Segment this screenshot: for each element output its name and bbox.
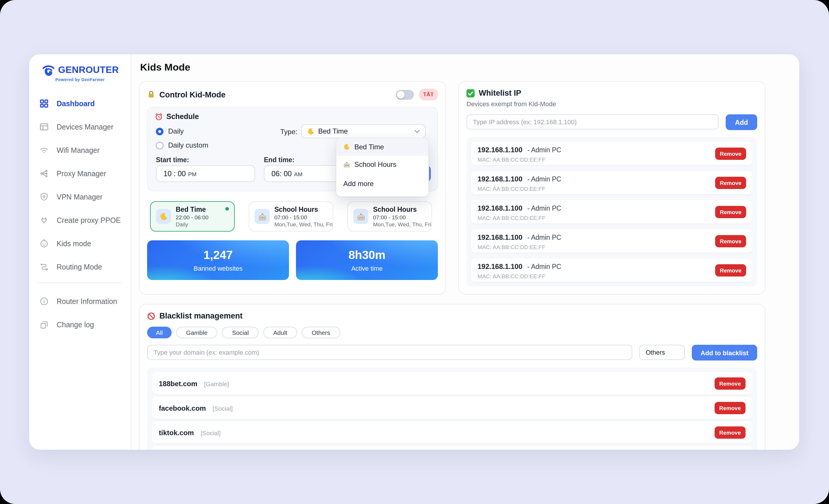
- whitelist-remove-button[interactable]: Remove: [715, 235, 746, 247]
- add-to-blacklist-button[interactable]: Add to blacklist: [692, 345, 757, 360]
- active-dot: [225, 207, 229, 210]
- blacklist-category: [Social]: [213, 405, 232, 412]
- preset-time: 22:00 - 06:00: [176, 214, 208, 220]
- whitelist-row: 192.168.1.100 - Admin PC MAC: AA:BB:CC:D…: [471, 229, 753, 253]
- blacklist-remove-button[interactable]: Remove: [715, 426, 746, 438]
- whitelist-ip: 192.168.1.100: [477, 233, 522, 241]
- whitelist-remove-button[interactable]: Remove: [715, 177, 746, 189]
- blacklist-domain-input[interactable]: [147, 345, 632, 360]
- sidebar-item-label: Devices Manager: [57, 123, 113, 131]
- blacklist-domain: facebook.com: [159, 404, 206, 413]
- blacklist-filter-chip[interactable]: Social: [222, 327, 259, 338]
- stat-label: Active time: [351, 265, 383, 272]
- main-content: Kids Mode Control Kid-Mode TẮT: [131, 54, 799, 450]
- kid-mode-toggle[interactable]: [396, 89, 414, 100]
- whitelist-mac: MAC: AA:BB:CC:DD:EE:FF: [477, 186, 561, 192]
- blacklist-remove-button[interactable]: Remove: [715, 377, 746, 389]
- whitelist-add-button[interactable]: Add: [726, 114, 757, 130]
- preset-days: Mon,Tue, Wed, Thu, Fri: [373, 221, 431, 227]
- blacklist-row-partial: [152, 446, 753, 450]
- whitelist-device-name: - Admin PC: [527, 205, 561, 212]
- start-time-label: Start time:: [156, 156, 189, 163]
- blacklist-row-info: facebook.com [Social]: [159, 402, 232, 413]
- whitelist-row: 192.168.1.100 - Admin PC MAC: AA:BB:CC:D…: [471, 259, 753, 282]
- start-time-input[interactable]: 10 : 00 PM: [156, 165, 255, 182]
- blacklist-filter-chip[interactable]: Adult: [263, 327, 297, 338]
- screen: GENROUTER Powered by GenFarmer Dashboard: [0, 0, 829, 504]
- dropdown-item-label: Bed Time: [354, 143, 384, 151]
- radio-daily[interactable]: Daily: [156, 127, 184, 135]
- page-title: Kids Mode: [140, 62, 765, 74]
- stat-label: Banned websites: [193, 265, 243, 272]
- kid-face-icon: [39, 239, 49, 248]
- whitelist-row: 192.168.1.100 - Admin PC MAC: AA:BB:CC:D…: [471, 142, 753, 165]
- blacklist-title-row: Blacklist management: [147, 311, 757, 320]
- preset-days: Mon,Tue, Wed, Thu, Fri: [275, 221, 332, 227]
- whitelist-remove-button[interactable]: Remove: [715, 147, 746, 160]
- sidebar-item-kids-mode[interactable]: Kids mode: [37, 236, 123, 251]
- school-icon: [343, 161, 350, 168]
- no-entry-icon: [147, 312, 155, 320]
- whitelist-row: 192.168.1.100 - Admin PC MAC: AA:BB:CC:D…: [471, 200, 753, 223]
- wolf-wifi-logo-icon: [41, 63, 56, 77]
- preset-card-school-hours-1[interactable]: School Hours 07:00 - 15:00 Mon,Tue, Wed,…: [249, 201, 333, 232]
- whitelist-device-name: - Admin PC: [527, 263, 561, 270]
- blacklist-filter-chip[interactable]: Gamble: [176, 327, 217, 338]
- sidebar-item-label: Create proxy PPOE: [57, 216, 121, 224]
- alarm-clock-icon: [155, 113, 163, 121]
- sidebar-item-vpn-manager[interactable]: VPN Manager: [37, 189, 123, 205]
- school-icon: [353, 209, 368, 224]
- whitelist-device-name: - Admin PC: [527, 176, 561, 183]
- sidebar-divider: [38, 282, 122, 283]
- schedule-presets: Bed Time 22:00 - 06:00 Daily School Hour…: [147, 201, 438, 232]
- whitelist-remove-button[interactable]: Remove: [715, 206, 746, 218]
- schedule-type-dropdown: Bed Time School Hours Add more: [336, 138, 429, 197]
- sidebar-item-router-information[interactable]: Router Information: [37, 294, 123, 309]
- whitelist-ip: 192.168.1.100: [477, 146, 522, 154]
- preset-days: Daily: [176, 221, 208, 227]
- dropdown-item-bed-time[interactable]: Bed Time: [336, 138, 429, 156]
- sidebar-item-wifi-manager[interactable]: Wifi Manager: [37, 142, 123, 158]
- sidebar-item-label: Change log: [57, 320, 94, 329]
- whitelist-ip-input[interactable]: [466, 114, 719, 129]
- sidebar-item-proxy-manager[interactable]: Proxy Manager: [37, 166, 123, 182]
- page-background: GENROUTER Powered by GenFarmer Dashboard: [0, 0, 829, 504]
- control-card-title-row: Control Kid-Mode: [147, 90, 225, 99]
- routing-icon: [39, 262, 49, 272]
- sidebar-item-routing-mode[interactable]: Routing Mode: [37, 259, 123, 275]
- schedule-type-select[interactable]: Bed Time: [301, 124, 426, 138]
- sidebar-item-create-proxy-ppoe[interactable]: Create proxy PPOE: [37, 212, 123, 228]
- blacklist-rows: 188bet.com [Gamble] Remove facebook.com …: [152, 372, 753, 443]
- radio-daily-label: Daily: [168, 127, 184, 135]
- preset-time: 07:00 - 15:00: [373, 214, 431, 220]
- sidebar-item-devices-manager[interactable]: Devices Manager: [37, 119, 123, 135]
- preset-title: School Hours: [275, 206, 332, 212]
- blacklist-filter-chip[interactable]: Others: [302, 327, 340, 338]
- blacklist-category-select[interactable]: Others: [639, 345, 685, 360]
- whitelist-row-info: 192.168.1.100 - Admin PC MAC: AA:BB:CC:D…: [477, 202, 561, 221]
- sidebar-item-dashboard[interactable]: Dashboard: [37, 96, 123, 111]
- preset-card-school-hours-2[interactable]: School Hours 07:00 - 15:00 Mon,Tue, Wed,…: [347, 201, 432, 232]
- brand-name: GENROUTER: [58, 65, 119, 75]
- end-time-meridiem: AM: [294, 170, 303, 177]
- blacklist-remove-button[interactable]: Remove: [715, 402, 746, 414]
- preset-card-bed-time[interactable]: Bed Time 22:00 - 06:00 Daily: [150, 201, 235, 232]
- whitelist-ip: 192.168.1.100: [477, 204, 522, 212]
- dropdown-item-add-more[interactable]: Add more: [336, 173, 429, 193]
- blacklist-row-info: tiktok.com [Social]: [159, 427, 221, 437]
- school-icon: [255, 209, 270, 224]
- dropdown-item-school-hours[interactable]: School Hours: [336, 156, 429, 173]
- blacklist-row-info: 188bet.com [Gamble]: [159, 378, 229, 388]
- radio-daily-custom[interactable]: Daily custom: [156, 141, 208, 149]
- preset-title: School Hours: [373, 206, 431, 212]
- blacklist-domain: tiktok.com: [159, 429, 194, 437]
- blacklist-row: 188bet.com [Gamble] Remove: [152, 372, 753, 394]
- moon-icon: [343, 144, 350, 151]
- check-icon: [466, 89, 475, 97]
- blacklist-filter-chip[interactable]: All: [147, 327, 171, 338]
- sidebar-item-change-log[interactable]: Change log: [37, 317, 123, 333]
- blacklist-filter-chips: All Gamble Social Adult Others: [147, 327, 757, 338]
- plug-icon: [39, 215, 49, 225]
- whitelist-remove-button[interactable]: Remove: [715, 264, 746, 276]
- sidebar-item-label: Proxy Manager: [57, 169, 106, 178]
